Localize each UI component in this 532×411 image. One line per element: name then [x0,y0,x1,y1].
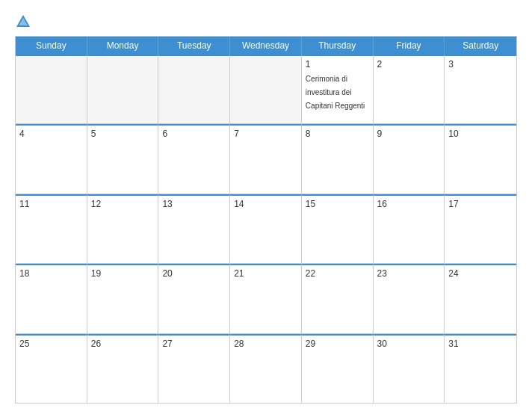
day-cell [16,55,87,123]
day-number: 22 [306,268,369,279]
day-number: 3 [448,59,513,69]
week-row-3: 11121314151617 [16,194,516,264]
day-number: 14 [234,199,297,209]
day-cell: 18 [16,264,87,333]
day-cell: 15 [302,194,374,263]
day-cell: 3 [445,55,516,123]
day-cell: 27 [158,334,230,403]
day-number: 13 [162,199,226,209]
day-number: 21 [234,268,297,279]
logo-icon [15,13,31,30]
day-cell [230,55,302,123]
day-cell: 16 [374,194,445,263]
day-number: 7 [234,129,297,139]
day-number: 4 [19,129,83,139]
day-cell: 9 [374,124,445,193]
day-cell: 31 [445,334,516,403]
day-header-thursday: Thursday [302,37,374,55]
week-row-5: 25262728293031 [16,334,516,403]
day-number: 15 [306,199,369,209]
day-number: 6 [162,129,226,139]
day-header-monday: Monday [87,37,159,55]
day-cell: 30 [374,334,445,403]
day-number: 26 [91,339,155,349]
day-number: 11 [19,199,83,209]
day-cell: 23 [374,264,445,333]
day-cell: 26 [87,334,159,403]
day-cell: 7 [230,124,302,193]
day-number: 24 [448,268,513,279]
day-cell: 25 [16,334,87,403]
day-number: 17 [448,199,513,209]
day-headers-row: SundayMondayTuesdayWednesdayThursdayFrid… [16,37,516,55]
day-cell: 14 [230,194,302,263]
day-number: 18 [19,268,83,279]
day-number: 2 [377,59,441,69]
day-cell: 20 [158,264,230,333]
day-number: 25 [19,339,83,349]
day-cell: 2 [374,55,445,123]
day-cell: 24 [445,264,516,333]
day-cell: 12 [87,194,159,263]
day-number: 29 [306,339,369,349]
day-header-friday: Friday [374,37,445,55]
day-header-sunday: Sunday [16,37,87,55]
day-cell: 1Cerimonia di investitura dei Capitani R… [302,55,374,123]
day-cell: 8 [302,124,374,193]
day-number: 31 [448,339,513,349]
week-row-4: 18192021222324 [16,264,516,333]
day-number: 20 [162,268,226,279]
day-number: 19 [91,268,155,279]
calendar: SundayMondayTuesdayWednesdayThursdayFrid… [15,36,517,404]
day-number: 23 [377,268,441,279]
day-cell: 4 [16,124,87,193]
day-cell [87,55,159,123]
day-cell: 19 [87,264,159,333]
day-number: 10 [448,129,513,139]
day-cell: 10 [445,124,516,193]
day-number: 9 [377,129,441,139]
day-cell: 21 [230,264,302,333]
day-number: 16 [377,199,441,209]
day-number: 30 [377,339,441,349]
logo [15,13,34,30]
day-header-wednesday: Wednesday [230,37,302,55]
day-number: 8 [306,129,369,139]
day-number: 28 [234,339,297,349]
day-number: 5 [91,129,155,139]
day-number: 12 [91,199,155,209]
day-number: 27 [162,339,226,349]
day-cell: 28 [230,334,302,403]
day-cell: 22 [302,264,374,333]
calendar-page: SundayMondayTuesdayWednesdayThursdayFrid… [0,0,532,411]
weeks-container: 1Cerimonia di investitura dei Capitani R… [16,55,516,403]
day-number: 1 [306,59,369,69]
event-text: Cerimonia di investitura dei Capitani Re… [306,75,365,110]
week-row-2: 45678910 [16,124,516,194]
day-cell: 6 [158,124,230,193]
day-cell: 29 [302,334,374,403]
day-header-tuesday: Tuesday [158,37,230,55]
day-header-saturday: Saturday [445,37,516,55]
day-cell: 13 [158,194,230,263]
week-row-1: 1Cerimonia di investitura dei Capitani R… [16,55,516,124]
header [15,13,517,30]
day-cell: 11 [16,194,87,263]
day-cell [158,55,230,123]
day-cell: 17 [445,194,516,263]
day-cell: 5 [87,124,159,193]
